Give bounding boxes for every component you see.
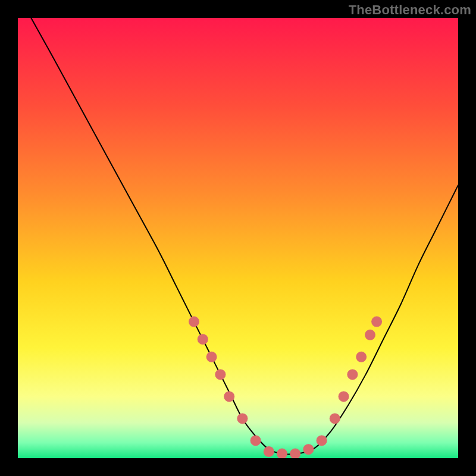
marker-point — [371, 317, 382, 327]
marker-point — [189, 317, 199, 327]
marker-point — [347, 369, 358, 380]
marker-point — [215, 369, 226, 380]
attribution-label: TheBottleneck.com — [349, 2, 471, 18]
marker-point — [365, 330, 375, 340]
marker-point — [317, 435, 327, 446]
marker-point — [198, 334, 208, 345]
chart-frame: TheBottleneck.com — [0, 0, 476, 476]
marker-point — [250, 435, 261, 446]
marker-point — [330, 413, 340, 424]
plot-area — [18, 18, 458, 458]
marker-point — [206, 352, 217, 362]
marker-point — [303, 444, 314, 455]
chart-svg — [18, 18, 458, 458]
marker-point — [356, 352, 367, 362]
gradient-background — [18, 18, 458, 458]
marker-point — [237, 413, 248, 424]
marker-point — [264, 446, 274, 457]
marker-point — [339, 391, 349, 402]
marker-point — [224, 391, 234, 402]
